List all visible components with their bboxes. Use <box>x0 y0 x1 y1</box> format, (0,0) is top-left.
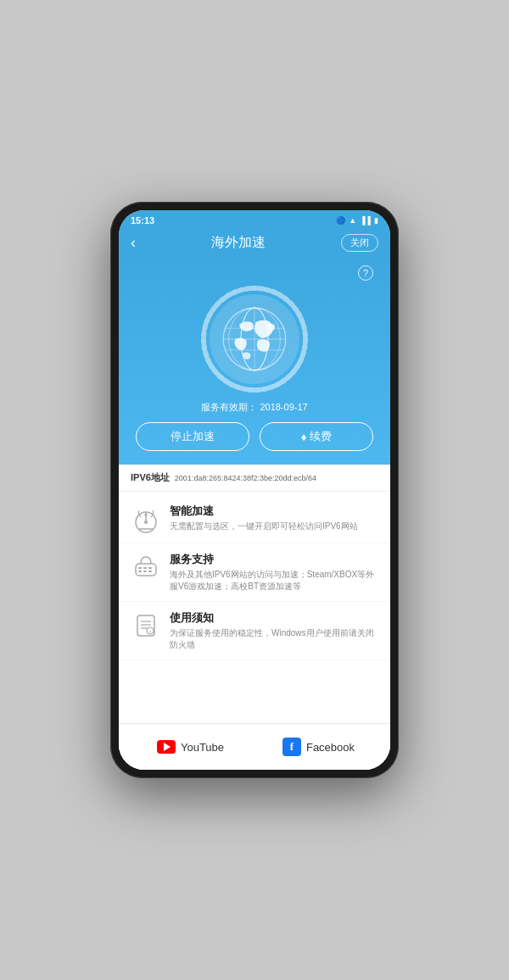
youtube-button[interactable]: YouTube <box>131 732 250 761</box>
app-header: ‹ 海外加速 关闭 <box>119 229 390 259</box>
svg-rect-17 <box>138 571 142 572</box>
facebook-button[interactable]: f Facebook <box>259 732 378 761</box>
world-map-svg <box>221 305 288 373</box>
wifi-icon: ▲ <box>349 216 356 225</box>
feature-desc-service-support: 海外及其他IPV6网站的访问与加速；Steam/XBOX等外服V6游戏加速；高校… <box>170 569 378 593</box>
close-button[interactable]: 关闭 <box>341 234 378 252</box>
feature-item-usage-notice: ! 使用须知 为保证服务使用的稳定性，Windows用户使用前请关闭防火墙 <box>119 602 390 660</box>
svg-point-12 <box>144 521 148 524</box>
globe-icon <box>210 294 299 384</box>
feature-text-service-support: 服务支持 海外及其他IPV6网站的访问与加速；Steam/XBOX等外服V6游戏… <box>170 552 378 593</box>
smart-speed-icon <box>131 504 161 534</box>
feature-text-smart-speed: 智能加速 无需配置与选区，一键开启即可轻松访问IPV6网站 <box>170 504 378 532</box>
status-icons: 🔵 ▲ ▐▐ ▮ <box>336 216 378 225</box>
svg-rect-19 <box>148 571 152 572</box>
status-time: 15:13 <box>131 215 154 226</box>
feature-title-smart-speed: 智能加速 <box>170 504 378 519</box>
content-section: IPV6地址 2001:da8:265:8424:38f2:3be:20dd:e… <box>119 465 390 770</box>
feature-title-usage-notice: 使用须知 <box>170 610 378 626</box>
renew-label: 续费 <box>310 429 332 444</box>
feature-desc-usage-notice: 为保证服务使用的稳定性，Windows用户使用前请关闭防火墙 <box>170 627 378 651</box>
help-icon[interactable]: ? <box>358 265 373 281</box>
service-date: 服务有效期： 2018-09-17 <box>201 401 307 414</box>
ipv6-row: IPV6地址 2001:da8:265:8424:38f2:3be:20dd:e… <box>119 465 390 492</box>
bottom-bar: YouTube f Facebook <box>119 723 390 770</box>
bluetooth-icon: 🔵 <box>336 216 345 225</box>
action-buttons: 停止加速 ♦ 续费 <box>136 422 373 451</box>
feature-text-usage-notice: 使用须知 为保证服务使用的稳定性，Windows用户使用前请关闭防火墙 <box>170 610 378 651</box>
svg-rect-16 <box>148 567 152 569</box>
stop-button[interactable]: 停止加速 <box>136 422 249 451</box>
globe-container <box>199 284 310 394</box>
svg-rect-14 <box>138 567 142 569</box>
youtube-label: YouTube <box>181 741 224 754</box>
top-section: ? <box>119 259 390 465</box>
signal-icon: ▐▐ <box>360 216 371 225</box>
facebook-icon: f <box>282 738 301 756</box>
renew-button[interactable]: ♦ 续费 <box>260 422 373 451</box>
feature-desc-smart-speed: 无需配置与选区，一键开启即可轻松访问IPV6网站 <box>170 521 378 532</box>
ipv6-label: IPV6地址 <box>131 471 170 484</box>
battery-icon: ▮ <box>374 216 378 225</box>
youtube-play-triangle <box>164 743 171 751</box>
service-date-value: 2018-09-17 <box>260 402 307 412</box>
diamond-icon: ♦ <box>301 431 307 443</box>
youtube-icon <box>157 740 176 754</box>
feature-title-service-support: 服务支持 <box>170 552 378 567</box>
back-button[interactable]: ‹ <box>131 234 136 252</box>
feature-item-service-support: 服务支持 海外及其他IPV6网站的访问与加速；Steam/XBOX等外服V6游戏… <box>119 543 390 602</box>
phone-frame: 15:13 🔵 ▲ ▐▐ ▮ ‹ 海外加速 关闭 ? <box>110 202 399 778</box>
page-title: 海外加速 <box>211 234 266 252</box>
facebook-label: Facebook <box>306 741 355 754</box>
svg-rect-18 <box>143 571 147 572</box>
svg-rect-13 <box>136 564 156 576</box>
phone-screen: 15:13 🔵 ▲ ▐▐ ▮ ‹ 海外加速 关闭 ? <box>119 210 390 770</box>
status-bar: 15:13 🔵 ▲ ▐▐ ▮ <box>119 210 390 229</box>
feature-list: 智能加速 无需配置与选区，一键开启即可轻松访问IPV6网站 <box>119 492 390 723</box>
feature-item-smart-speed: 智能加速 无需配置与选区，一键开启即可轻松访问IPV6网站 <box>119 495 390 543</box>
service-support-icon <box>131 552 161 582</box>
usage-notice-icon: ! <box>131 610 161 641</box>
ipv6-value: 2001:da8:265:8424:38f2:3be:20dd:ecb/64 <box>175 474 316 482</box>
service-date-label: 服务有效期： <box>201 402 257 412</box>
svg-rect-15 <box>143 567 147 569</box>
svg-text:!: ! <box>149 630 151 635</box>
